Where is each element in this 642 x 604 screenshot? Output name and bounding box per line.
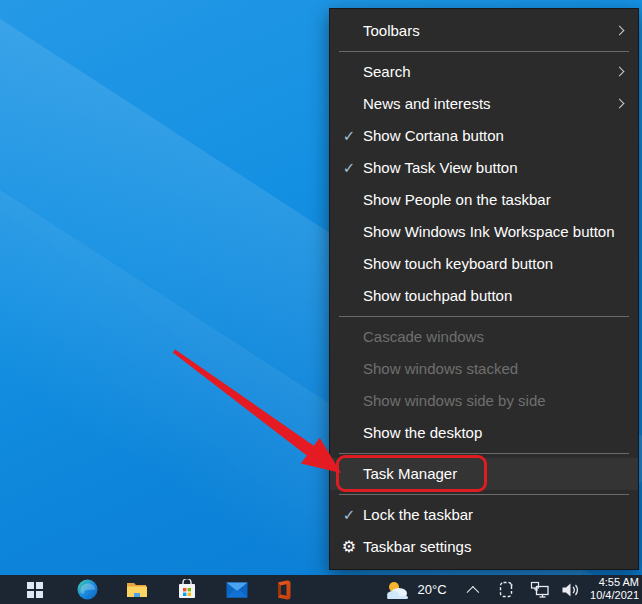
checkmark-icon: ✓ xyxy=(338,152,360,184)
tray-network[interactable] xyxy=(528,575,552,604)
menu-item-taskbar-settings[interactable]: ⚙Taskbar settings xyxy=(330,531,638,563)
clock-date: 10/4/2021 xyxy=(582,589,639,602)
menu-item-label: Task Manager xyxy=(363,465,457,482)
gear-icon: ⚙ xyxy=(338,531,360,563)
tray-temperature[interactable]: 20°C xyxy=(412,575,452,604)
menu-separator xyxy=(339,453,629,454)
taskbar-item-edge[interactable] xyxy=(67,575,107,604)
menu-item-label: Cascade windows xyxy=(363,328,484,345)
submenu-chevron-icon xyxy=(615,99,625,109)
office-icon xyxy=(274,580,294,600)
menu-item-show-the-desktop[interactable]: Show the desktop xyxy=(330,417,638,449)
sun-behind-cloud-icon xyxy=(386,580,409,600)
menu-item-task-manager[interactable]: Task Manager xyxy=(330,458,638,490)
menu-item-label: Show windows side by side xyxy=(363,392,546,409)
menu-item-cascade-windows: Cascade windows xyxy=(330,321,638,353)
windows-logo-icon xyxy=(27,582,43,598)
menu-item-label: Show touchpad button xyxy=(363,287,512,304)
screen: ToolbarsSearchNews and interests✓Show Co… xyxy=(0,0,642,604)
your-phone-icon xyxy=(498,580,514,599)
menu-item-label: Show Windows Ink Workspace button xyxy=(363,223,615,240)
menu-item-label: Show touch keyboard button xyxy=(363,255,553,272)
menu-item-show-touch-keyboard-button[interactable]: Show touch keyboard button xyxy=(330,248,638,280)
tray-clock[interactable]: 4:55 AM 10/4/2021 xyxy=(582,576,642,603)
clock-time: 4:55 AM xyxy=(582,576,639,589)
menu-item-toolbars[interactable]: Toolbars xyxy=(330,15,638,47)
menu-separator xyxy=(339,494,629,495)
menu-item-label: Show Task View button xyxy=(363,159,518,176)
menu-item-lock-the-taskbar[interactable]: ✓Lock the taskbar xyxy=(330,499,638,531)
checkmark-icon: ✓ xyxy=(338,120,360,152)
tray-your-phone[interactable] xyxy=(496,575,516,604)
menu-item-news-and-interests[interactable]: News and interests xyxy=(330,88,638,120)
mail-icon xyxy=(226,582,248,598)
menu-item-label: Lock the taskbar xyxy=(363,506,473,523)
network-icon xyxy=(530,581,550,598)
taskbar-context-menu: ToolbarsSearchNews and interests✓Show Co… xyxy=(329,8,639,570)
edge-icon xyxy=(77,579,98,600)
menu-item-label: Show Cortana button xyxy=(363,127,504,144)
submenu-chevron-icon xyxy=(615,26,625,36)
microsoft-store-icon xyxy=(177,579,197,600)
tray-hidden-icons-button[interactable] xyxy=(462,575,480,604)
menu-item-search[interactable]: Search xyxy=(330,56,638,88)
menu-item-label: Search xyxy=(363,63,411,80)
menu-item-show-cortana-button[interactable]: ✓Show Cortana button xyxy=(330,120,638,152)
temperature-label: 20°C xyxy=(417,582,446,597)
tray-volume[interactable] xyxy=(558,575,582,604)
menu-item-label: News and interests xyxy=(363,95,491,112)
menu-item-label: Show the desktop xyxy=(363,424,482,441)
volume-icon xyxy=(561,582,580,598)
submenu-chevron-icon xyxy=(615,67,625,77)
chevron-up-icon xyxy=(466,586,479,599)
taskbar-item-microsoft-store[interactable] xyxy=(167,575,207,604)
tray-weather[interactable] xyxy=(384,575,410,604)
start-button[interactable] xyxy=(15,575,55,604)
menu-item-show-touchpad-button[interactable]: Show touchpad button xyxy=(330,280,638,312)
checkmark-icon: ✓ xyxy=(338,499,360,531)
taskbar-item-file-explorer[interactable] xyxy=(117,575,157,604)
taskbar: 20°C xyxy=(0,575,642,604)
taskbar-item-mail[interactable] xyxy=(217,575,257,604)
menu-item-label: Toolbars xyxy=(363,22,420,39)
menu-separator xyxy=(339,51,629,52)
menu-item-label: Show windows stacked xyxy=(363,360,518,377)
menu-item-show-task-view-button[interactable]: ✓Show Task View button xyxy=(330,152,638,184)
menu-item-label: Taskbar settings xyxy=(363,538,471,555)
menu-separator xyxy=(339,316,629,317)
taskbar-item-office[interactable] xyxy=(264,575,304,604)
menu-item-show-people-on-the-taskbar[interactable]: Show People on the taskbar xyxy=(330,184,638,216)
menu-item-show-windows-side-by-side: Show windows side by side xyxy=(330,385,638,417)
file-explorer-icon xyxy=(126,580,148,599)
menu-item-label: Show People on the taskbar xyxy=(363,191,551,208)
menu-item-show-windows-ink-workspace-button[interactable]: Show Windows Ink Workspace button xyxy=(330,216,638,248)
menu-item-show-windows-stacked: Show windows stacked xyxy=(330,353,638,385)
